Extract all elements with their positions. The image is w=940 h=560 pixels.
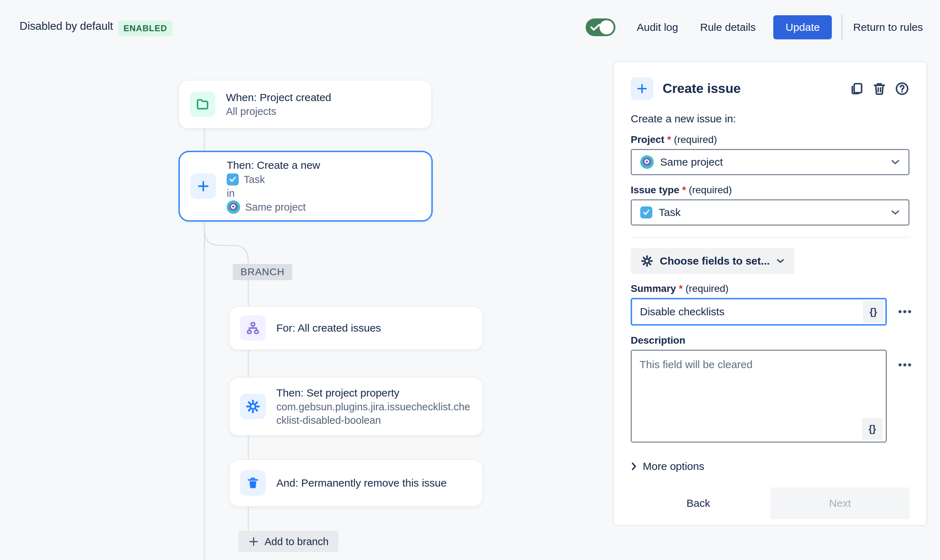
panel-intro-text: Create a new issue in:	[631, 113, 909, 125]
action-project: Same project	[245, 200, 306, 214]
rule-enabled-toggle[interactable]	[586, 18, 615, 36]
summary-overflow-menu[interactable]: •••	[898, 306, 913, 317]
action-title: Then: Create a new	[227, 158, 320, 172]
audit-log-link[interactable]: Audit log	[637, 21, 678, 33]
more-options-toggle[interactable]: More options	[631, 460, 909, 472]
help-icon[interactable]	[895, 81, 909, 96]
duplicate-icon[interactable]	[849, 81, 864, 96]
panel-footer: Back Next	[631, 487, 909, 519]
trigger-card-project-created[interactable]: When: Project created All projects	[178, 80, 432, 129]
trigger-subtitle: All projects	[226, 105, 331, 118]
required-asterisk: *	[682, 185, 686, 196]
action-issue-type: Task	[244, 172, 265, 186]
description-textarea[interactable]	[631, 350, 887, 443]
branch-card-remove-issue[interactable]: And: Permanently remove this issue	[229, 459, 483, 507]
required-asterisk: *	[667, 134, 671, 145]
gear-icon	[641, 255, 653, 268]
panel-title: Create issue	[663, 81, 741, 96]
project-select[interactable]: Same project	[631, 149, 909, 175]
automation-rule-builder: Disabled by default ENABLED Audit log Ru…	[0, 0, 940, 560]
back-button[interactable]: Back	[686, 497, 710, 509]
rule-details-link[interactable]: Rule details	[700, 21, 756, 33]
trash-icon	[240, 470, 266, 496]
project-select-value: Same project	[660, 156, 723, 168]
create-issue-panel: Create issue	[613, 61, 927, 526]
issue-type-field-label: Issue type* (required)	[631, 185, 909, 196]
branch-label-chip: BRANCH	[233, 264, 292, 280]
update-button[interactable]: Update	[773, 15, 832, 39]
plus-icon	[631, 77, 653, 100]
branch-for-title: For: All created issues	[276, 321, 381, 335]
plus-icon	[248, 536, 259, 547]
folder-icon	[190, 91, 215, 117]
add-to-branch-label: Add to branch	[265, 536, 329, 548]
topbar-actions: Audit log Rule details Update Return to …	[586, 14, 923, 40]
required-asterisk: *	[679, 283, 683, 294]
branch-hierarchy-icon	[240, 315, 266, 341]
check-icon	[590, 23, 600, 31]
description-overflow-menu[interactable]: •••	[898, 360, 913, 370]
next-button[interactable]: Next	[771, 487, 909, 519]
action-preposition: in	[227, 186, 320, 200]
project-avatar	[640, 155, 654, 169]
chevron-down-icon	[891, 159, 900, 165]
remove-issue-title: And: Permanently remove this issue	[276, 476, 446, 490]
branch-card-for-all-created-issues[interactable]: For: All created issues	[229, 306, 483, 350]
project-field-label: Project* (required)	[631, 134, 909, 145]
summary-field-label: Summary* (required)	[631, 283, 909, 294]
plus-icon	[191, 174, 216, 199]
task-type-icon	[227, 174, 239, 186]
smart-values-button[interactable]: {}	[862, 418, 883, 440]
description-field-label: Description	[631, 335, 909, 346]
chevron-down-icon	[776, 258, 785, 264]
choose-fields-label: Choose fields to set...	[660, 255, 770, 267]
project-avatar	[227, 200, 240, 214]
branch-card-set-project-property[interactable]: Then: Set project property com.gebsun.pl…	[229, 377, 483, 436]
choose-fields-button[interactable]: Choose fields to set...	[631, 248, 795, 274]
panel-divider	[631, 237, 909, 238]
toggle-knob	[600, 20, 614, 34]
topbar-divider	[842, 15, 842, 40]
smart-values-button[interactable]: {}	[863, 301, 884, 323]
add-to-branch-button[interactable]: Add to branch	[238, 531, 338, 552]
set-property-title: Then: Set project property	[276, 386, 471, 400]
set-property-key: com.gebsun.plugins.jira.issuechecklist.c…	[276, 400, 471, 427]
gear-icon	[240, 394, 266, 419]
chevron-down-icon	[891, 209, 900, 215]
action-card-create-issue[interactable]: Then: Create a new Task in Same project	[178, 151, 433, 222]
issue-type-select-value: Task	[659, 206, 681, 218]
summary-input[interactable]	[631, 298, 887, 326]
issue-type-select[interactable]: Task	[631, 199, 909, 226]
return-to-rules-link[interactable]: Return to rules	[853, 21, 923, 33]
delete-icon[interactable]	[872, 81, 887, 96]
more-options-label: More options	[643, 460, 704, 472]
task-type-icon	[640, 206, 652, 218]
panel-header: Create issue	[631, 77, 909, 100]
chevron-right-icon	[631, 462, 637, 471]
trigger-title: When: Project created	[226, 91, 331, 105]
